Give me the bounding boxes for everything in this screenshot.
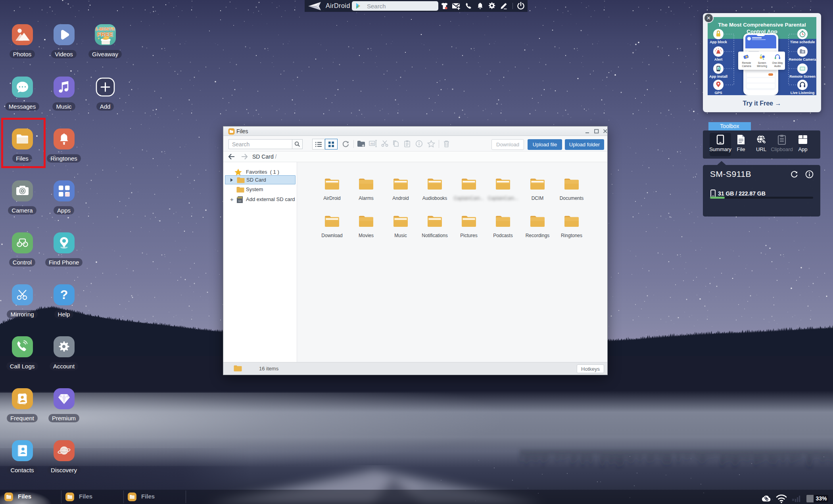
svg-text:SD: SD — [238, 200, 242, 202]
svg-text:RE: RE — [370, 142, 374, 145]
svg-text:?: ? — [60, 287, 68, 302]
